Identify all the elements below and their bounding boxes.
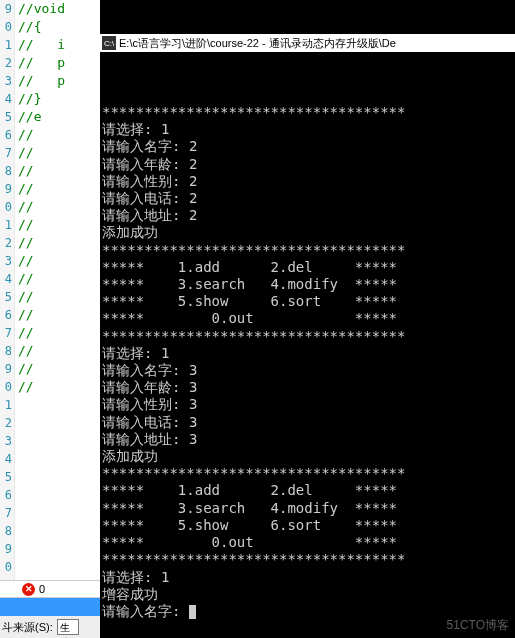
line-number-gutter: 901 234 567 890 123 456 789 012 345 678 … — [0, 0, 15, 638]
code-line[interactable]: // p — [18, 54, 65, 72]
error-count: 0 — [39, 583, 45, 595]
watermark: 51CTO博客 — [447, 617, 509, 634]
selected-list-item[interactable] — [0, 598, 100, 616]
code-line[interactable]: // — [18, 360, 34, 378]
code-line[interactable]: // — [18, 306, 34, 324]
code-line[interactable]: // — [18, 378, 34, 396]
code-line[interactable]: // — [18, 270, 34, 288]
output-source-label: 斗来源(S): — [2, 620, 53, 635]
code-line[interactable]: // — [18, 288, 34, 306]
code-line[interactable]: // — [18, 126, 34, 144]
code-line[interactable]: // — [18, 234, 34, 252]
code-line[interactable]: // — [18, 180, 34, 198]
console-title-path: E:\c语言学习\进阶\course-22 - 通讯录动态内存升级版\De — [119, 35, 396, 52]
code-line[interactable]: // — [18, 252, 34, 270]
error-icon: ✕ — [22, 583, 35, 596]
code-line[interactable]: // — [18, 198, 34, 216]
error-list-row[interactable]: ✕ 0 — [0, 580, 100, 598]
console-window[interactable]: C:\ E:\c语言学习\进阶\course-22 - 通讯录动态内存升级版\D… — [100, 0, 515, 638]
console-output: ************************************ 请选择… — [100, 87, 515, 620]
output-toolbar: 斗来源(S): 生成 — [0, 616, 100, 638]
console-icon: C:\ — [102, 36, 116, 50]
code-line[interactable]: // — [18, 324, 34, 342]
code-line[interactable]: // — [18, 162, 34, 180]
code-line[interactable]: // — [18, 342, 34, 360]
ide-bottom-panel: ✕ 0 斗来源(S): 生成 — [0, 580, 100, 638]
text-cursor — [189, 605, 196, 619]
code-line[interactable]: // i — [18, 36, 65, 54]
code-line[interactable]: // — [18, 144, 34, 162]
code-editor[interactable]: 901 234 567 890 123 456 789 012 345 678 … — [0, 0, 100, 638]
code-line[interactable]: // p — [18, 72, 65, 90]
code-line[interactable]: //} — [18, 90, 41, 108]
output-source-dropdown[interactable]: 生成 — [57, 619, 79, 635]
code-line[interactable]: //{ — [18, 18, 41, 36]
code-line[interactable]: // — [18, 216, 34, 234]
code-line[interactable]: //void — [18, 0, 65, 18]
console-titlebar[interactable]: C:\ E:\c语言学习\进阶\course-22 - 通讯录动态内存升级版\D… — [100, 34, 515, 52]
code-line[interactable]: //e — [18, 108, 41, 126]
